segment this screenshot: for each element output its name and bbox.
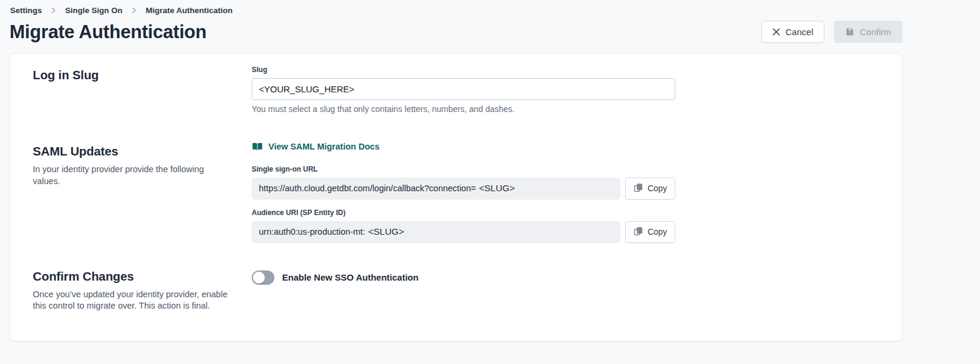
saml-updates-section: SAML Updates In your identity provider p… [33,142,879,243]
copy-icon [633,183,643,194]
chevron-right-icon [131,7,137,14]
sso-url-slug-placeholder: <SLUG> [479,183,515,194]
cancel-button[interactable]: Cancel [761,21,825,43]
view-saml-migration-docs-link[interactable]: View SAML Migration Docs [252,142,379,151]
sso-url-copy-button[interactable]: Copy [625,178,675,200]
page-header: Migrate Authentication Cancel Confirm [0,15,902,43]
header-actions: Cancel Confirm [761,21,902,43]
enable-sso-toggle-label: Enable New SSO Authentication [282,272,419,282]
copy-button-label: Copy [648,227,667,237]
confirm-changes-section: Confirm Changes Once you’ve updated your… [33,267,879,312]
confirm-button-label: Confirm [860,27,891,37]
save-floppy-icon [845,27,854,36]
sso-url-value: https://auth.cloud.getdbt.com/login/call… [252,178,620,200]
confirm-changes-heading: Confirm Changes [33,269,252,284]
sso-url-text: https://auth.cloud.getdbt.com/login/call… [259,183,476,193]
page-title: Migrate Authentication [10,21,206,43]
confirm-changes-description: Once you’ve updated your identity provid… [33,289,230,312]
audience-uri-block: Audience URI (SP Entity ID) urn:auth0:us… [252,209,879,243]
saml-updates-heading: SAML Updates [33,144,252,158]
docs-link-label: View SAML Migration Docs [268,142,379,151]
audience-uri-slug-placeholder: <SLUG> [368,226,404,237]
slug-field-label: Slug [252,66,879,74]
copy-button-label: Copy [648,183,667,193]
breadcrumb: Settings Single Sign On Migrate Authenti… [0,0,980,15]
copy-icon [633,226,643,238]
slug-input[interactable] [252,78,675,100]
slug-help-text: You must select a slug that only contain… [252,104,879,114]
open-book-icon [252,142,263,151]
cancel-button-label: Cancel [786,27,814,37]
login-slug-section: Log in Slug Slug You must select a slug … [33,66,879,114]
breadcrumb-item-single-sign-on[interactable]: Single Sign On [65,6,122,15]
audience-uri-label: Audience URI (SP Entity ID) [252,209,879,217]
audience-uri-value: urn:auth0:us-production-mt:<SLUG> [252,221,620,243]
confirm-button[interactable]: Confirm [834,21,902,43]
breadcrumb-item-migrate-authentication: Migrate Authentication [146,6,233,15]
sso-url-label: Single sign-on URL [252,165,879,173]
chevron-right-icon [50,7,57,14]
toggle-knob [253,272,265,284]
x-icon [772,28,780,36]
migrate-authentication-card: Log in Slug Slug You must select a slug … [10,53,902,341]
sso-url-block: Single sign-on URL https://auth.cloud.ge… [252,165,879,200]
breadcrumb-item-settings[interactable]: Settings [10,6,42,15]
login-slug-heading: Log in Slug [33,68,252,82]
enable-sso-toggle[interactable] [252,270,274,285]
audience-uri-text: urn:auth0:us-production-mt: [259,227,365,237]
saml-updates-description: In your identity provider provide the fo… [33,164,230,187]
audience-uri-copy-button[interactable]: Copy [625,221,675,243]
